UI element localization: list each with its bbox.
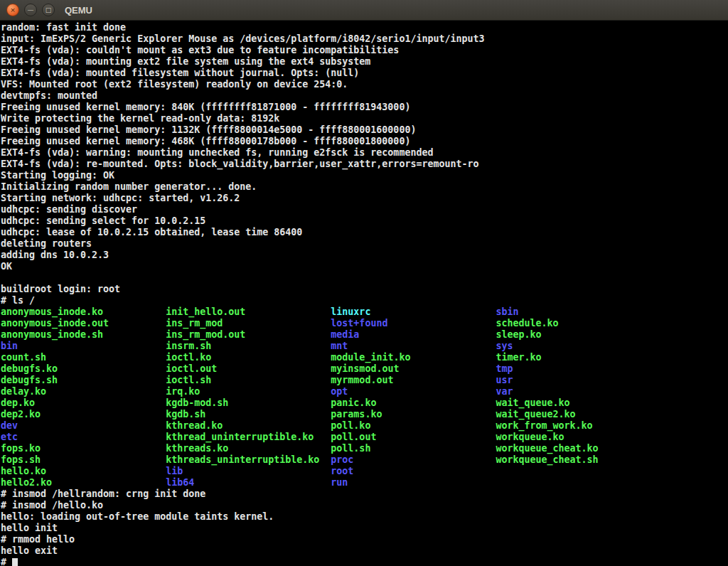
terminal-line: deleting routers xyxy=(1,238,728,250)
minimize-button[interactable]: — xyxy=(24,4,37,16)
terminal-line: dep2.ko kgdb.sh params.ko wait_queue2.ko xyxy=(1,409,728,420)
terminal-line: dep.ko kgdb-mod.sh panic.ko wait_queue.k… xyxy=(1,397,728,409)
terminal-line: # rmmod hello xyxy=(1,534,728,545)
terminal-line: count.sh ioctl.ko module_init.ko timer.k… xyxy=(1,352,728,363)
terminal-line: bin insrm.sh mnt sys xyxy=(1,341,728,352)
maximize-icon: □ xyxy=(46,7,52,14)
terminal-screen[interactable]: random: fast init doneinput: ImExPS/2 Ge… xyxy=(0,21,728,566)
terminal-line: Initializing random number generator... … xyxy=(1,181,728,193)
terminal-line: fops.sh kthreads_uninterruptible.ko proc… xyxy=(1,454,728,466)
minimize-icon: — xyxy=(28,7,34,14)
terminal-line: Starting logging: OK xyxy=(1,170,728,181)
terminal-line: Starting network: udhcpc: started, v1.26… xyxy=(1,193,728,204)
titlebar[interactable]: × — □ QEMU xyxy=(0,0,728,21)
terminal-line: hello exit xyxy=(1,545,728,557)
terminal-line: udhcpc: lease of 10.0.2.15 obtained, lea… xyxy=(1,227,728,238)
terminal-line: udhcpc: sending select for 10.0.2.15 xyxy=(1,215,728,227)
console-output: random: fast init doneinput: ImExPS/2 Ge… xyxy=(1,22,728,566)
close-icon: × xyxy=(10,7,16,14)
terminal-line: OK xyxy=(1,261,728,272)
terminal-line: devtmpfs: mounted xyxy=(1,90,728,102)
window-title: QEMU xyxy=(65,5,92,16)
terminal-line: # insmod /hellrandom: crng init done xyxy=(1,488,728,500)
terminal-line: anonymous_inode.sh ins_rm_mod.out media … xyxy=(1,329,728,341)
close-button[interactable]: × xyxy=(6,4,19,16)
terminal-line: debugfs.sh ioctl.sh myrmmod.out usr xyxy=(1,375,728,386)
terminal-line: Freeing unused kernel memory: 468K (ffff… xyxy=(1,136,728,147)
qemu-window: × — □ QEMU random: fast init doneinput: … xyxy=(0,0,728,566)
terminal-line xyxy=(1,272,728,284)
terminal-line: EXT4-fs (vda): re-mounted. Opts: block_v… xyxy=(1,159,728,170)
terminal-line: Freeing unused kernel memory: 840K (ffff… xyxy=(1,102,728,113)
terminal-line: VFS: Mounted root (ext2 filesystem) read… xyxy=(1,79,728,90)
terminal-cursor xyxy=(12,558,18,566)
terminal-line: anonymous_inode.ko init_hello.out linuxr… xyxy=(1,306,728,318)
terminal-line: EXT4-fs (vda): mounting ext2 file system… xyxy=(1,56,728,68)
terminal-line: input: ImExPS/2 Generic Explorer Mouse a… xyxy=(1,33,728,45)
terminal-line: adding dns 10.0.2.3 xyxy=(1,250,728,261)
terminal-line: hello2.ko lib64 run xyxy=(1,477,728,488)
terminal-line: # insmod /hello.ko xyxy=(1,500,728,511)
terminal-line: udhcpc: sending discover xyxy=(1,204,728,215)
terminal-line: EXT4-fs (vda): couldn't mount as ext3 du… xyxy=(1,45,728,56)
terminal-line: hello init xyxy=(1,523,728,534)
terminal-line: debugfs.ko ioctl.out myinsmod.out tmp xyxy=(1,363,728,375)
terminal-line: delay.ko irq.ko opt var xyxy=(1,386,728,397)
terminal-line: Freeing unused kernel memory: 1132K (fff… xyxy=(1,124,728,136)
terminal-line: anonymous_inode.out ins_rm_mod lost+foun… xyxy=(1,318,728,329)
terminal-line: Write protecting the kernel read-only da… xyxy=(1,113,728,124)
terminal-line: fops.ko kthreads.ko poll.sh workqueue_ch… xyxy=(1,443,728,454)
terminal-line: hello: loading out-of-tree module taints… xyxy=(1,511,728,523)
terminal-line: hello.ko lib root xyxy=(1,466,728,477)
terminal-line: # xyxy=(1,557,728,566)
terminal-line: etc kthread_uninterruptible.ko poll.out … xyxy=(1,432,728,443)
maximize-button[interactable]: □ xyxy=(42,4,55,16)
terminal-line: dev kthread.ko poll.ko work_from_work.ko xyxy=(1,420,728,432)
terminal-line: buildroot login: root xyxy=(1,284,728,295)
terminal-line: random: fast init done xyxy=(1,22,728,33)
terminal-line: EXT4-fs (vda): mounted filesystem withou… xyxy=(1,68,728,79)
terminal-line: # ls / xyxy=(1,295,728,306)
terminal-line: EXT4-fs (vda): warning: mounting uncheck… xyxy=(1,147,728,159)
window-controls: × — □ xyxy=(6,4,55,16)
